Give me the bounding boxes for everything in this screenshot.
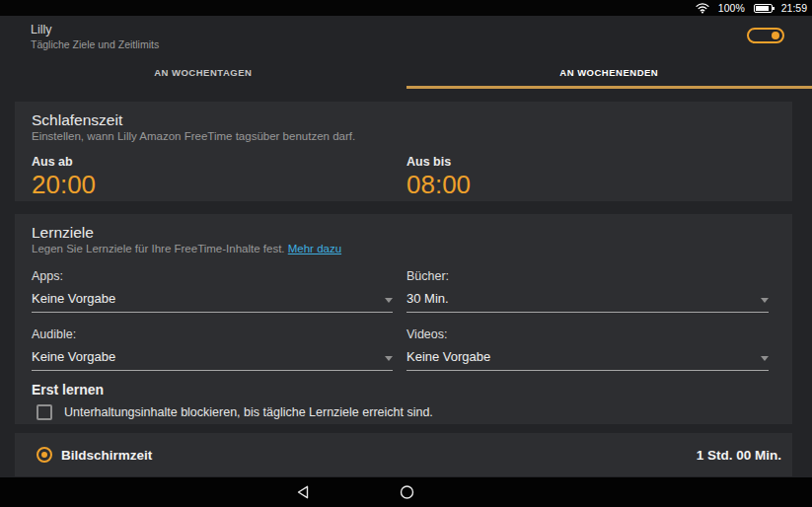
goals-subtitle: Legen Sie Lernziele für Ihre FreeTime-In… [32, 243, 769, 255]
goals-title: Lernziele [32, 224, 769, 241]
bedtime-times: Aus ab 20:00 Aus bis 08:00 [32, 155, 769, 198]
videos-dropdown[interactable]: Keine Vorgabe [406, 350, 769, 371]
navigation-bar [0, 477, 812, 507]
goal-field-apps: Apps: Keine Vorgabe [32, 270, 393, 313]
goal-field-books: Bücher: 30 Min. [406, 270, 769, 313]
off-from-label: Aus ab [32, 155, 406, 169]
apps-label: Apps: [32, 270, 393, 283]
off-from: Aus ab 20:00 [32, 155, 406, 198]
chevron-down-icon [385, 298, 393, 303]
bedtime-card: Schlafenszeit Einstellen, wann Lilly Ama… [15, 102, 792, 201]
back-button[interactable] [296, 485, 309, 500]
status-bar: 100% 21:59 [0, 0, 812, 16]
wifi-icon [696, 2, 709, 14]
books-label: Bücher: [406, 270, 769, 283]
screen-time-radio-group[interactable]: Bildschirmzeit [37, 447, 152, 463]
videos-label: Videos: [406, 328, 769, 341]
battery-icon [754, 4, 773, 13]
audible-dropdown[interactable]: Keine Vorgabe [32, 350, 393, 371]
toggle-knob-icon [772, 32, 779, 39]
books-value: 30 Min. [406, 292, 449, 305]
apps-value: Keine Vorgabe [32, 292, 115, 305]
page-title: Tägliche Ziele und Zeitlimits [31, 38, 812, 51]
videos-value: Keine Vorgabe [406, 350, 490, 363]
goal-field-videos: Videos: Keine Vorgabe [406, 328, 769, 371]
bedtime-title: Schlafenszeit [32, 111, 769, 128]
radio-selected-icon[interactable] [37, 447, 52, 463]
block-entertainment-label: Unterhaltungsinhalte blockieren, bis täg… [64, 405, 433, 420]
header: Lilly Tägliche Ziele und Zeitlimits [0, 16, 812, 59]
chevron-down-icon [385, 356, 393, 361]
off-until-label: Aus bis [406, 155, 769, 169]
audible-value: Keine Vorgabe [32, 350, 115, 363]
limits-toggle[interactable] [747, 28, 784, 43]
battery-percent: 100% [718, 2, 745, 14]
learn-first-title: Erst lernen [32, 383, 769, 398]
off-until: Aus bis 08:00 [406, 155, 769, 198]
chevron-down-icon [761, 356, 769, 361]
audible-label: Audible: [32, 328, 393, 341]
apps-dropdown[interactable]: Keine Vorgabe [32, 292, 393, 313]
screen-time-value: 1 Std. 00 Min. [697, 448, 781, 463]
off-until-time[interactable]: 08:00 [406, 171, 769, 198]
block-entertainment-checkbox[interactable] [37, 404, 52, 420]
chevron-down-icon [761, 298, 769, 303]
child-name: Lilly [31, 23, 812, 37]
tab-bar: AN WOCHENTAGEN AN WOCHENENDEN [0, 59, 812, 89]
goal-field-audible: Audible: Keine Vorgabe [32, 328, 393, 371]
learning-goals-card: Lernziele Legen Sie Lernziele für Ihre F… [15, 214, 792, 424]
screen-time-label: Bildschirmzeit [61, 448, 152, 463]
books-dropdown[interactable]: 30 Min. [406, 292, 769, 313]
tab-weekends[interactable]: AN WOCHENENDEN [406, 59, 812, 89]
bedtime-subtitle: Einstellen, wann Lilly Amazon FreeTime t… [32, 130, 769, 143]
learn-more-link[interactable]: Mehr dazu [288, 243, 341, 254]
screen-time-card: Bildschirmzeit 1 Std. 00 Min. [15, 433, 792, 476]
tab-weekdays[interactable]: AN WOCHENTAGEN [0, 59, 406, 89]
off-from-time[interactable]: 20:00 [32, 171, 406, 198]
home-button[interactable] [400, 485, 414, 500]
block-entertainment-row: Unterhaltungsinhalte blockieren, bis täg… [32, 404, 769, 420]
clock: 21:59 [781, 2, 807, 14]
goal-fields: Apps: Keine Vorgabe Bücher: 30 Min. Audi… [32, 270, 769, 371]
